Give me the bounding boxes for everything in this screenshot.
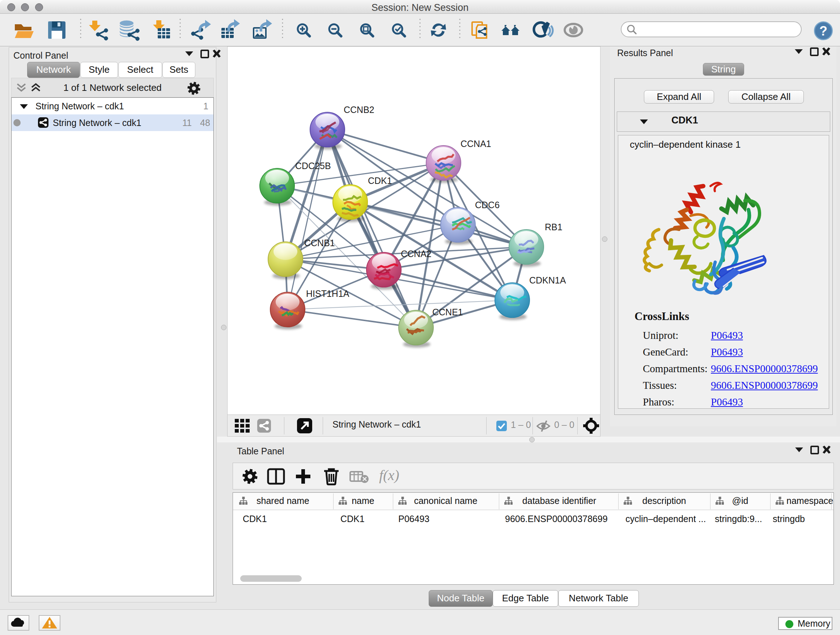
svg-text:CDC25B: CDC25B <box>295 161 331 171</box>
svg-text:CCNE1: CCNE1 <box>432 307 463 317</box>
svg-text:CDK1: CDK1 <box>368 176 392 186</box>
svg-text:CDC6: CDC6 <box>475 200 500 210</box>
svg-text:CCNA1: CCNA1 <box>461 139 491 149</box>
svg-text:CCNA2: CCNA2 <box>401 249 431 259</box>
svg-text:HIST1H1A: HIST1H1A <box>306 288 349 299</box>
svg-text:RB1: RB1 <box>545 222 562 232</box>
svg-text:CCNB2: CCNB2 <box>344 105 374 115</box>
svg-text:CCNB1: CCNB1 <box>304 238 335 248</box>
svg-text:CDKN1A: CDKN1A <box>529 275 566 285</box>
